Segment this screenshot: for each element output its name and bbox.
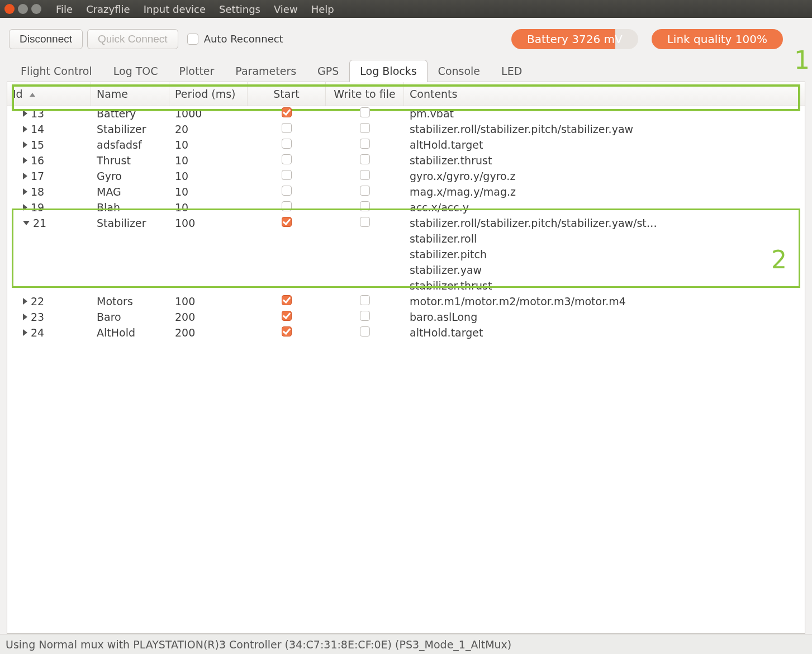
- menu-view[interactable]: View: [274, 3, 298, 15]
- tab-plotter[interactable]: Plotter: [169, 60, 225, 82]
- col-name[interactable]: Name: [91, 82, 169, 106]
- start-checkbox[interactable]: [282, 123, 292, 133]
- start-checkbox[interactable]: [282, 170, 292, 180]
- table-row[interactable]: 21Stabilizer100stabilizer.roll/stabilize…: [7, 216, 805, 231]
- col-id-label: Id: [13, 88, 23, 100]
- col-period[interactable]: Period (ms): [169, 82, 248, 106]
- status-text: Using Normal mux with PLAYSTATION(R)3 Co…: [6, 638, 511, 651]
- write-checkbox[interactable]: [360, 139, 370, 149]
- cell-period: 100: [169, 216, 248, 230]
- cell-name: Stabilizer: [91, 122, 169, 136]
- col-id[interactable]: Id: [7, 82, 91, 106]
- cell-id: 17: [31, 170, 44, 182]
- cell-contents: stabilizer.roll/stabilizer.pitch/stabili…: [404, 122, 805, 136]
- write-checkbox[interactable]: [360, 107, 370, 117]
- write-checkbox[interactable]: [360, 123, 370, 133]
- window-close-icon[interactable]: [4, 4, 15, 14]
- expand-icon[interactable]: [23, 110, 27, 117]
- table-row[interactable]: 16Thrust10stabilizer.thrust: [7, 153, 805, 169]
- expand-icon[interactable]: [23, 329, 27, 336]
- tab-console[interactable]: Console: [428, 60, 491, 82]
- tab-parameters[interactable]: Parameters: [225, 60, 307, 82]
- auto-reconnect-checkbox[interactable]: [187, 34, 198, 45]
- window-minimize-icon[interactable]: [18, 4, 28, 14]
- cell-id: 16: [31, 154, 44, 167]
- table-row[interactable]: 24AltHold200altHold.target: [7, 325, 805, 341]
- write-checkbox[interactable]: [360, 170, 370, 180]
- log-blocks-table: Id Name Period (ms) Start Write to file …: [7, 82, 805, 634]
- expand-icon[interactable]: [23, 221, 30, 225]
- menu-crazyflie[interactable]: Crazyflie: [86, 3, 130, 15]
- start-checkbox[interactable]: [282, 139, 292, 149]
- start-checkbox[interactable]: [282, 217, 292, 227]
- table-child-row: stabilizer.thrust: [7, 278, 805, 294]
- expand-icon[interactable]: [23, 157, 27, 164]
- expand-icon[interactable]: [23, 126, 27, 132]
- table-row[interactable]: 19Blah10acc.x/acc.y: [7, 200, 805, 216]
- table-row[interactable]: 15adsfadsf10altHold.target: [7, 138, 805, 153]
- write-checkbox[interactable]: [360, 217, 370, 227]
- expand-icon[interactable]: [23, 314, 27, 320]
- expand-icon[interactable]: [23, 188, 27, 195]
- expand-icon[interactable]: [23, 298, 27, 305]
- cell-id: 19: [31, 201, 44, 214]
- tab-flight-control[interactable]: Flight Control: [10, 60, 103, 82]
- cell-name: Motors: [91, 294, 169, 309]
- menu-settings[interactable]: Settings: [219, 3, 260, 15]
- auto-reconnect-wrap[interactable]: Auto Reconnect: [187, 33, 283, 45]
- table-child-row: stabilizer.yaw: [7, 263, 805, 278]
- table-row[interactable]: 22Motors100motor.m1/motor.m2/motor.m3/mo…: [7, 294, 805, 310]
- start-checkbox[interactable]: [282, 295, 292, 305]
- table-row[interactable]: 13Battery1000pm.vbat: [7, 106, 805, 122]
- cell-name: Gyro: [91, 169, 169, 183]
- table-row[interactable]: 14Stabilizer20stabilizer.roll/stabilizer…: [7, 122, 805, 138]
- start-checkbox[interactable]: [282, 201, 292, 211]
- quick-connect-button[interactable]: Quick Connect: [87, 29, 178, 49]
- cell-name: Stabilizer: [91, 216, 169, 230]
- expand-icon[interactable]: [23, 173, 27, 179]
- write-checkbox[interactable]: [360, 311, 370, 321]
- table-row[interactable]: 18MAG10mag.x/mag.y/mag.z: [7, 184, 805, 200]
- write-checkbox[interactable]: [360, 295, 370, 305]
- window-body: Disconnect Quick Connect Auto Reconnect …: [0, 18, 812, 634]
- start-checkbox[interactable]: [282, 311, 292, 321]
- write-checkbox[interactable]: [360, 186, 370, 196]
- menu-input-device[interactable]: Input device: [144, 3, 206, 15]
- expand-icon[interactable]: [23, 141, 27, 148]
- cell-contents: gyro.x/gyro.y/gyro.z: [404, 169, 805, 183]
- window-maximize-icon[interactable]: [31, 4, 41, 14]
- cell-contents: altHold.target: [404, 138, 805, 152]
- disconnect-button[interactable]: Disconnect: [9, 29, 83, 49]
- cell-contents: baro.aslLong: [404, 310, 805, 324]
- table-row[interactable]: 17Gyro10gyro.x/gyro.y/gyro.z: [7, 169, 805, 184]
- table-body[interactable]: 13Battery1000pm.vbat14Stabilizer20stabil…: [7, 106, 805, 633]
- start-checkbox[interactable]: [282, 107, 292, 117]
- cell-period: 20: [169, 122, 248, 136]
- col-start[interactable]: Start: [248, 82, 326, 106]
- tab-led[interactable]: LED: [491, 60, 533, 82]
- menu-file[interactable]: File: [56, 3, 73, 15]
- tab-log-toc[interactable]: Log TOC: [103, 60, 169, 82]
- cell-period: 10: [169, 200, 248, 215]
- cell-id: 21: [33, 217, 46, 229]
- cell-period: 1000: [169, 106, 248, 121]
- start-checkbox[interactable]: [282, 326, 292, 337]
- write-checkbox[interactable]: [360, 154, 370, 164]
- expand-icon[interactable]: [23, 204, 27, 211]
- cell-period: 200: [169, 310, 248, 324]
- table-row[interactable]: 23Baro200baro.aslLong: [7, 310, 805, 325]
- table-header: Id Name Period (ms) Start Write to file …: [7, 82, 805, 106]
- battery-pill: Battery 3726 mV: [511, 29, 638, 49]
- start-checkbox[interactable]: [282, 186, 292, 196]
- cell-name: adsfadsf: [91, 138, 169, 152]
- cell-id: 18: [31, 186, 44, 198]
- menu-help[interactable]: Help: [311, 3, 334, 15]
- tab-gps[interactable]: GPS: [307, 60, 349, 82]
- write-checkbox[interactable]: [360, 201, 370, 211]
- start-checkbox[interactable]: [282, 154, 292, 164]
- cell-name: Thrust: [91, 153, 169, 168]
- tab-log-blocks[interactable]: Log Blocks: [349, 60, 427, 82]
- col-write[interactable]: Write to file: [326, 82, 404, 106]
- col-contents[interactable]: Contents: [404, 82, 805, 106]
- write-checkbox[interactable]: [360, 326, 370, 337]
